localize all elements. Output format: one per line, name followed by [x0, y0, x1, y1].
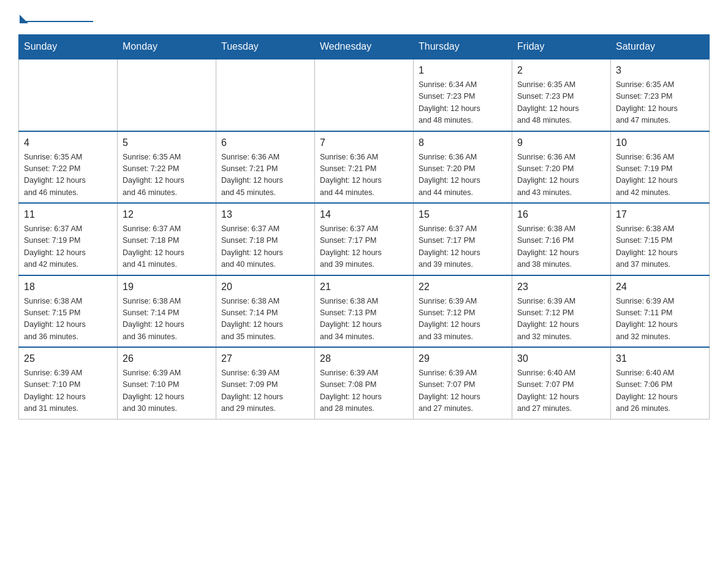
- day-number: 7: [320, 136, 408, 150]
- day-info: Sunrise: 6:37 AMSunset: 7:17 PMDaylight:…: [320, 223, 408, 271]
- weekday-header-monday: Monday: [118, 35, 216, 59]
- day-number: 10: [616, 136, 704, 150]
- calendar-cell: 21Sunrise: 6:38 AMSunset: 7:13 PMDayligh…: [315, 275, 414, 348]
- calendar-cell: 16Sunrise: 6:38 AMSunset: 7:16 PMDayligh…: [512, 203, 611, 275]
- day-info: Sunrise: 6:39 AMSunset: 7:12 PMDaylight:…: [419, 296, 507, 343]
- day-info: Sunrise: 6:39 AMSunset: 7:08 PMDaylight:…: [320, 367, 408, 415]
- calendar-cell: 8Sunrise: 6:36 AMSunset: 7:20 PMDaylight…: [414, 131, 512, 204]
- day-info: Sunrise: 6:39 AMSunset: 7:11 PMDaylight:…: [616, 296, 704, 343]
- calendar-cell: 24Sunrise: 6:39 AMSunset: 7:11 PMDayligh…: [611, 275, 710, 348]
- day-number: 16: [517, 207, 605, 222]
- day-info: Sunrise: 6:36 AMSunset: 7:21 PMDaylight:…: [221, 151, 309, 199]
- day-info: Sunrise: 6:36 AMSunset: 7:20 PMDaylight:…: [419, 151, 507, 199]
- day-number: 1: [419, 63, 507, 78]
- day-number: 27: [221, 351, 309, 366]
- calendar-cell: 10Sunrise: 6:36 AMSunset: 7:19 PMDayligh…: [611, 131, 710, 204]
- day-info: Sunrise: 6:38 AMSunset: 7:14 PMDaylight:…: [123, 296, 211, 343]
- day-info: Sunrise: 6:38 AMSunset: 7:14 PMDaylight:…: [221, 296, 309, 343]
- day-number: 2: [517, 63, 605, 78]
- calendar-cell: 1Sunrise: 6:34 AMSunset: 7:23 PMDaylight…: [414, 59, 512, 131]
- day-number: 17: [616, 207, 704, 222]
- calendar-cell: 9Sunrise: 6:36 AMSunset: 7:20 PMDaylight…: [512, 131, 611, 204]
- calendar-cell: 15Sunrise: 6:37 AMSunset: 7:17 PMDayligh…: [414, 203, 512, 275]
- day-number: 29: [419, 351, 507, 366]
- week-row-5: 25Sunrise: 6:39 AMSunset: 7:10 PMDayligh…: [19, 347, 710, 419]
- weekday-header-thursday: Thursday: [414, 35, 512, 59]
- day-number: 23: [517, 280, 605, 294]
- page-header: [18, 12, 710, 22]
- day-info: Sunrise: 6:35 AMSunset: 7:23 PMDaylight:…: [517, 79, 605, 127]
- day-number: 3: [616, 63, 704, 78]
- calendar-cell: 14Sunrise: 6:37 AMSunset: 7:17 PMDayligh…: [315, 203, 414, 275]
- calendar-cell: 12Sunrise: 6:37 AMSunset: 7:18 PMDayligh…: [118, 203, 216, 275]
- day-info: Sunrise: 6:39 AMSunset: 7:10 PMDaylight:…: [24, 367, 112, 415]
- calendar-cell: 28Sunrise: 6:39 AMSunset: 7:08 PMDayligh…: [315, 347, 414, 419]
- day-info: Sunrise: 6:39 AMSunset: 7:07 PMDaylight:…: [419, 367, 507, 415]
- day-number: 30: [517, 351, 605, 366]
- day-info: Sunrise: 6:35 AMSunset: 7:22 PMDaylight:…: [123, 151, 211, 199]
- day-info: Sunrise: 6:38 AMSunset: 7:15 PMDaylight:…: [616, 223, 704, 271]
- day-number: 9: [517, 136, 605, 150]
- day-number: 6: [221, 136, 309, 150]
- calendar-cell: 19Sunrise: 6:38 AMSunset: 7:14 PMDayligh…: [118, 275, 216, 348]
- calendar-cell: [315, 59, 414, 131]
- calendar-cell: 2Sunrise: 6:35 AMSunset: 7:23 PMDaylight…: [512, 59, 611, 131]
- day-number: 5: [123, 136, 211, 150]
- calendar-cell: [118, 59, 216, 131]
- day-info: Sunrise: 6:37 AMSunset: 7:17 PMDaylight:…: [419, 223, 507, 271]
- calendar-cell: 20Sunrise: 6:38 AMSunset: 7:14 PMDayligh…: [216, 275, 315, 348]
- calendar-cell: 18Sunrise: 6:38 AMSunset: 7:15 PMDayligh…: [19, 275, 118, 348]
- day-info: Sunrise: 6:37 AMSunset: 7:18 PMDaylight:…: [221, 223, 309, 271]
- logo: [18, 12, 93, 22]
- day-info: Sunrise: 6:40 AMSunset: 7:06 PMDaylight:…: [616, 367, 704, 415]
- weekday-header-sunday: Sunday: [19, 35, 118, 59]
- calendar-cell: 22Sunrise: 6:39 AMSunset: 7:12 PMDayligh…: [414, 275, 512, 348]
- calendar-cell: 29Sunrise: 6:39 AMSunset: 7:07 PMDayligh…: [414, 347, 512, 419]
- day-number: 13: [221, 207, 309, 222]
- week-row-1: 1Sunrise: 6:34 AMSunset: 7:23 PMDaylight…: [19, 59, 710, 131]
- day-info: Sunrise: 6:36 AMSunset: 7:20 PMDaylight:…: [517, 151, 605, 199]
- calendar-cell: 23Sunrise: 6:39 AMSunset: 7:12 PMDayligh…: [512, 275, 611, 348]
- day-info: Sunrise: 6:35 AMSunset: 7:23 PMDaylight:…: [616, 79, 704, 127]
- week-row-4: 18Sunrise: 6:38 AMSunset: 7:15 PMDayligh…: [19, 275, 710, 348]
- day-info: Sunrise: 6:36 AMSunset: 7:21 PMDaylight:…: [320, 151, 408, 199]
- calendar-cell: [19, 59, 118, 131]
- weekday-header-friday: Friday: [512, 35, 611, 59]
- day-number: 19: [123, 280, 211, 294]
- week-row-3: 11Sunrise: 6:37 AMSunset: 7:19 PMDayligh…: [19, 203, 710, 275]
- calendar-table: SundayMondayTuesdayWednesdayThursdayFrid…: [18, 34, 710, 419]
- calendar-cell: 11Sunrise: 6:37 AMSunset: 7:19 PMDayligh…: [19, 203, 118, 275]
- day-number: 26: [123, 351, 211, 366]
- day-info: Sunrise: 6:37 AMSunset: 7:18 PMDaylight:…: [123, 223, 211, 271]
- calendar-cell: 5Sunrise: 6:35 AMSunset: 7:22 PMDaylight…: [118, 131, 216, 204]
- day-number: 14: [320, 207, 408, 222]
- day-number: 21: [320, 280, 408, 294]
- day-number: 8: [419, 136, 507, 150]
- day-info: Sunrise: 6:38 AMSunset: 7:13 PMDaylight:…: [320, 296, 408, 343]
- calendar-cell: 13Sunrise: 6:37 AMSunset: 7:18 PMDayligh…: [216, 203, 315, 275]
- calendar-cell: 3Sunrise: 6:35 AMSunset: 7:23 PMDaylight…: [611, 59, 710, 131]
- day-info: Sunrise: 6:34 AMSunset: 7:23 PMDaylight:…: [419, 79, 507, 127]
- weekday-header-tuesday: Tuesday: [216, 35, 315, 59]
- week-row-2: 4Sunrise: 6:35 AMSunset: 7:22 PMDaylight…: [19, 131, 710, 204]
- weekday-header-saturday: Saturday: [611, 35, 710, 59]
- day-number: 4: [24, 136, 112, 150]
- day-number: 22: [419, 280, 507, 294]
- weekday-header-wednesday: Wednesday: [315, 35, 414, 59]
- weekday-header-row: SundayMondayTuesdayWednesdayThursdayFrid…: [19, 35, 710, 59]
- calendar-cell: 27Sunrise: 6:39 AMSunset: 7:09 PMDayligh…: [216, 347, 315, 419]
- calendar-cell: 17Sunrise: 6:38 AMSunset: 7:15 PMDayligh…: [611, 203, 710, 275]
- day-number: 15: [419, 207, 507, 222]
- day-info: Sunrise: 6:39 AMSunset: 7:09 PMDaylight:…: [221, 367, 309, 415]
- day-number: 12: [123, 207, 211, 222]
- calendar-cell: 30Sunrise: 6:40 AMSunset: 7:07 PMDayligh…: [512, 347, 611, 419]
- calendar-cell: [216, 59, 315, 131]
- day-info: Sunrise: 6:38 AMSunset: 7:15 PMDaylight:…: [24, 296, 112, 343]
- day-info: Sunrise: 6:36 AMSunset: 7:19 PMDaylight:…: [616, 151, 704, 199]
- calendar-cell: 26Sunrise: 6:39 AMSunset: 7:10 PMDayligh…: [118, 347, 216, 419]
- calendar-cell: 31Sunrise: 6:40 AMSunset: 7:06 PMDayligh…: [611, 347, 710, 419]
- calendar-cell: 6Sunrise: 6:36 AMSunset: 7:21 PMDaylight…: [216, 131, 315, 204]
- day-info: Sunrise: 6:39 AMSunset: 7:12 PMDaylight:…: [517, 296, 605, 343]
- day-number: 31: [616, 351, 704, 366]
- calendar-cell: 7Sunrise: 6:36 AMSunset: 7:21 PMDaylight…: [315, 131, 414, 204]
